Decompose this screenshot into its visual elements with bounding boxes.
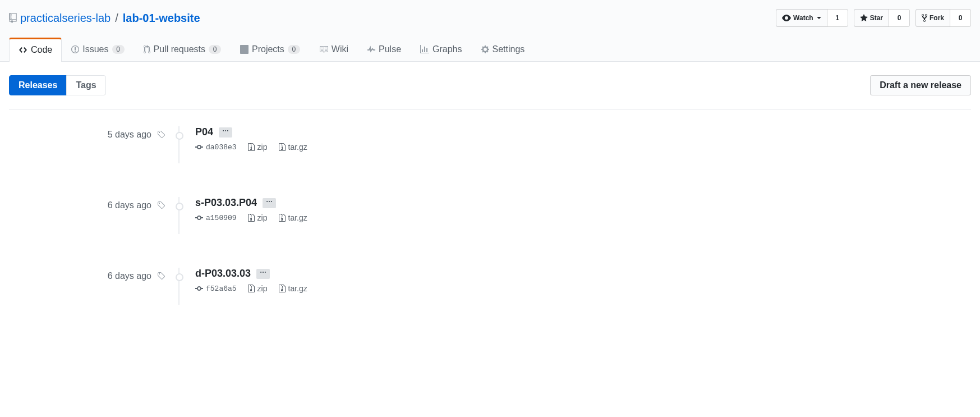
git-commit-icon [195,213,203,222]
timeline-marker [176,273,183,281]
file-zip-icon [248,213,255,222]
fork-icon [922,13,927,22]
timeline-marker [176,203,183,210]
release-age: 6 days ago [108,271,151,281]
release-entry: 6 days ago d-P03.03.03 … f52a6a5 zip [9,251,971,322]
tag-icon [157,201,165,210]
star-label: Star [870,12,883,24]
file-zip-icon [248,284,255,293]
watch-count[interactable]: 1 [827,9,848,27]
file-zip-icon [279,143,286,152]
release-download-zip-label: zip [257,284,268,293]
ellipsis-expander[interactable]: … [219,127,232,138]
ellipsis-expander[interactable]: … [263,198,276,208]
star-count[interactable]: 0 [889,9,910,27]
fork-label: Fork [930,12,944,24]
tab-projects[interactable]: Projects 0 [231,37,310,61]
eye-icon [782,13,791,22]
release-title-link[interactable]: s-P03.03.P04 [195,197,257,209]
star-button[interactable]: Star [854,9,889,27]
repo-title: practicalseries-lab / lab-01-website [9,12,200,25]
release-download-targz-label: tar.gz [288,284,307,293]
release-download-targz-label: tar.gz [288,143,307,152]
tab-wiki-label: Wiki [332,44,348,54]
tab-settings-label: Settings [493,44,525,54]
release-download-zip-label: zip [257,213,268,222]
release-timeline: 5 days ago P04 … da038e3 zip ta [9,109,971,322]
fork-button[interactable]: Fork [915,9,950,27]
subnav-tags[interactable]: Tags [66,75,105,95]
release-download-zip[interactable]: zip [248,213,268,222]
tab-issues-label: Issues [82,44,108,54]
issue-icon [71,45,79,54]
release-entry: 5 days ago P04 … da038e3 zip ta [9,109,971,180]
repo-nav: Code Issues 0 Pull requests 0 Projects 0… [9,37,971,61]
tab-pulls-count: 0 [209,45,221,54]
tag-icon [157,272,165,281]
tab-graphs[interactable]: Graphs [411,37,471,61]
watch-group: Watch 1 [776,9,848,27]
repo-icon [9,13,17,23]
release-commit-sha: a150909 [206,214,237,222]
graph-icon [420,45,429,54]
subnav-releases[interactable]: Releases [9,75,67,95]
draft-release-button[interactable]: Draft a new release [870,75,971,95]
repo-owner-link[interactable]: practicalseries-lab [20,12,111,25]
release-download-targz[interactable]: tar.gz [279,143,307,152]
file-zip-icon [248,143,255,152]
gear-icon [481,45,489,54]
repo-name-link[interactable]: lab-01-website [123,12,200,25]
pulse-icon [367,45,375,54]
release-download-zip[interactable]: zip [248,143,268,152]
release-commit-sha: f52a6a5 [206,285,237,293]
star-group: Star 0 [854,9,910,27]
git-commit-icon [195,284,203,293]
tab-projects-count: 0 [288,45,300,54]
release-download-targz[interactable]: tar.gz [279,284,307,293]
release-download-targz-label: tar.gz [288,213,307,222]
code-icon [19,45,27,54]
tab-pulse[interactable]: Pulse [358,37,411,61]
tab-code-label: Code [31,45,52,55]
fork-group: Fork 0 [915,9,971,27]
tab-pulls[interactable]: Pull requests 0 [134,37,231,61]
file-zip-icon [279,284,286,293]
tab-wiki[interactable]: Wiki [310,37,358,61]
tag-icon [157,130,165,139]
release-download-zip[interactable]: zip [248,284,268,293]
release-download-targz[interactable]: tar.gz [279,213,307,222]
fork-count[interactable]: 0 [950,9,971,27]
tab-issues-count: 0 [112,45,125,54]
release-title-link[interactable]: d-P03.03.03 [195,268,251,279]
release-title-link[interactable]: P04 [195,126,213,138]
releases-subnav: Releases Tags [9,75,106,95]
watch-label: Watch [793,12,813,24]
project-icon [240,45,249,54]
timeline-marker [176,132,183,140]
caret-down-icon [817,17,821,19]
release-commit-sha: da038e3 [206,143,237,152]
tab-projects-label: Projects [252,44,284,54]
release-commit-link[interactable]: f52a6a5 [195,284,237,293]
star-icon [860,13,868,22]
tab-graphs-label: Graphs [433,44,462,54]
release-entry: 6 days ago s-P03.03.P04 … a150909 zip [9,180,971,251]
git-commit-icon [195,143,203,152]
tab-pulse-label: Pulse [379,44,401,54]
release-age: 5 days ago [108,130,151,140]
release-commit-link[interactable]: a150909 [195,213,237,222]
git-pull-request-icon [144,45,150,54]
release-age: 6 days ago [108,200,151,210]
tab-pulls-label: Pull requests [154,44,206,54]
release-download-zip-label: zip [257,143,268,152]
tab-issues[interactable]: Issues 0 [62,37,134,61]
file-zip-icon [279,213,286,222]
ellipsis-expander[interactable]: … [256,269,270,279]
book-icon [319,45,328,54]
release-commit-link[interactable]: da038e3 [195,143,237,152]
watch-button[interactable]: Watch [776,9,827,27]
tab-code[interactable]: Code [9,38,62,62]
tab-settings[interactable]: Settings [472,37,535,61]
